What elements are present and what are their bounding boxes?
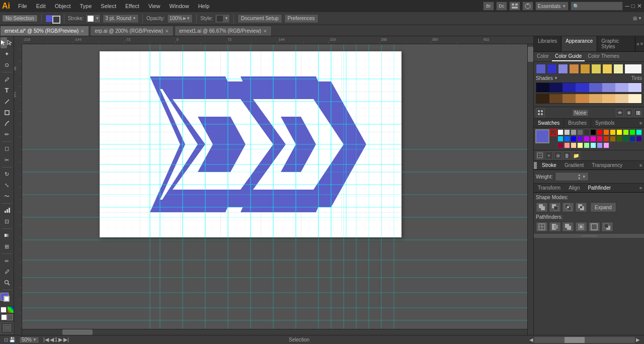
- bshade-4[interactable]: [589, 94, 602, 103]
- bshade-1[interactable]: [549, 94, 562, 103]
- menu-file[interactable]: File: [14, 2, 31, 10]
- stroke-color-box[interactable]: ▼: [86, 14, 101, 23]
- tab-2[interactable]: ernext1.ai @ 66.67% (RGB/Preview) ✕: [175, 26, 272, 36]
- panel-collapse-icon[interactable]: «: [636, 41, 639, 47]
- bshade-6[interactable]: [615, 94, 628, 103]
- weight-dropdown[interactable]: ▼: [582, 175, 586, 179]
- swatch-cell[interactable]: [571, 142, 577, 148]
- essentials-dropdown[interactable]: Essentials ▼: [535, 2, 569, 11]
- panel-tab-libraries[interactable]: Libraries: [534, 36, 561, 51]
- swatch-cell[interactable]: [571, 129, 577, 135]
- zoom-tool[interactable]: [2, 278, 13, 288]
- minus-back-button[interactable]: [601, 222, 613, 232]
- prev-page-icon[interactable]: |◀: [43, 336, 49, 343]
- shade-2[interactable]: [562, 83, 576, 92]
- color-swatch-wide[interactable]: [624, 64, 642, 74]
- list-icon[interactable]: ≡: [625, 109, 633, 117]
- swatch-cell[interactable]: [629, 129, 635, 135]
- maximize-button[interactable]: □: [631, 3, 635, 10]
- arrange-windows-icon[interactable]: ⊞: [633, 16, 637, 21]
- scrollbar-thumb-v[interactable]: [528, 47, 533, 62]
- rect-tool[interactable]: [2, 107, 13, 118]
- document-setup-button[interactable]: Document Setup: [237, 14, 282, 23]
- unite-button[interactable]: [536, 202, 548, 212]
- weight-input-area[interactable]: ▲ ▼ ▼: [555, 172, 589, 181]
- swatch-cell[interactable]: [623, 136, 629, 142]
- bridge-icon[interactable]: Br: [483, 2, 494, 11]
- panel-menu-icon[interactable]: ≡: [640, 41, 643, 46]
- swatch-library-icon[interactable]: [536, 151, 544, 159]
- weight-up[interactable]: ▲: [578, 173, 581, 177]
- search-bar[interactable]: 🔍: [571, 2, 623, 11]
- eyedropper-tool[interactable]: [2, 267, 13, 277]
- tab-close-1[interactable]: ✕: [165, 29, 169, 34]
- swatch-cell[interactable]: [557, 142, 564, 148]
- main-color-swatch[interactable]: [536, 64, 546, 74]
- mesh-tool[interactable]: ⊞: [2, 241, 13, 252]
- color-swatch-7[interactable]: [613, 64, 623, 74]
- merge-button[interactable]: [562, 222, 574, 232]
- normal-mode-button[interactable]: [1, 314, 7, 320]
- swatch-cell[interactable]: [564, 129, 570, 135]
- horizontal-scroll-track[interactable]: [534, 337, 635, 343]
- swatch-cell[interactable]: [597, 136, 603, 142]
- search-input[interactable]: [580, 4, 620, 9]
- swatch-cell[interactable]: [636, 129, 642, 135]
- menu-effect[interactable]: Effect: [121, 2, 143, 10]
- eraser-tool[interactable]: ◻: [2, 143, 13, 154]
- swatch-cell[interactable]: [603, 136, 609, 142]
- workspace-switcher[interactable]: [509, 2, 520, 11]
- screen-mode-button[interactable]: [1, 322, 14, 334]
- swatch-cell[interactable]: [610, 136, 616, 142]
- swatches-menu[interactable]: ≡: [639, 121, 642, 126]
- swatch-cell[interactable]: [590, 142, 596, 148]
- rotate-view-icon[interactable]: [522, 2, 533, 11]
- swatch-cell[interactable]: [636, 136, 642, 142]
- color-guide-tab[interactable]: Color Guide: [552, 52, 585, 61]
- shade-7[interactable]: [628, 83, 641, 92]
- scale-tool[interactable]: ⤡: [2, 180, 13, 191]
- eye-icon[interactable]: [616, 109, 624, 117]
- swatch-cell[interactable]: [564, 142, 570, 148]
- bshade-7[interactable]: [628, 94, 641, 103]
- zoom-control[interactable]: 50% ▼: [19, 336, 39, 343]
- scrollbar-thumb-h[interactable]: [62, 329, 93, 335]
- stroke-color-swatch[interactable]: [52, 16, 60, 24]
- swatch-cell[interactable]: [577, 129, 583, 135]
- color-tab[interactable]: Color: [534, 52, 552, 61]
- canvas-area[interactable]: -216 -144 -72 0 72 144: [14, 36, 533, 335]
- menu-window[interactable]: Window: [166, 2, 193, 10]
- scroll-right-icon[interactable]: ▶: [636, 337, 640, 343]
- scissors-tool[interactable]: ✂: [2, 154, 13, 165]
- delete-swatch-icon[interactable]: 🗑: [563, 151, 571, 159]
- swatch-cell[interactable]: [623, 129, 629, 135]
- swatch-cell[interactable]: [564, 136, 570, 142]
- grid-view-icon[interactable]: [536, 108, 545, 117]
- swatch-cell[interactable]: [597, 129, 603, 135]
- swatch-cell[interactable]: [584, 129, 590, 135]
- swatch-cell[interactable]: [597, 142, 603, 148]
- divide-button[interactable]: [536, 222, 548, 232]
- shade-5[interactable]: [602, 83, 615, 92]
- next-icon[interactable]: ▶: [58, 336, 62, 343]
- transparency-tab[interactable]: Transparency: [588, 161, 626, 169]
- warp-tool[interactable]: 〜: [2, 191, 13, 202]
- active-swatch[interactable]: [535, 129, 549, 143]
- swatch-cell[interactable]: [557, 129, 564, 135]
- pencil-tool[interactable]: ✏: [2, 129, 13, 140]
- line-tool[interactable]: [2, 96, 13, 107]
- add-swatch-icon[interactable]: +: [545, 151, 553, 159]
- magic-wand-tool[interactable]: ✦: [2, 49, 13, 59]
- tab-close-2[interactable]: ✕: [263, 29, 267, 34]
- stroke-tab[interactable]: Stroke: [538, 161, 560, 169]
- panel-tab-graphic-styles[interactable]: Graphic Styles: [597, 36, 635, 51]
- blend-tool[interactable]: ∞: [2, 255, 13, 266]
- swatch-cell[interactable]: [629, 136, 635, 142]
- preview-mode-button[interactable]: [7, 314, 13, 320]
- artboard-icon[interactable]: ⊡: [4, 337, 8, 342]
- swatch-options-icon[interactable]: ⊕: [554, 151, 562, 159]
- tab-1[interactable]: erp.ai @ 200% (RGB/Preview) ✕: [90, 26, 174, 36]
- slice-tool[interactable]: ⊡: [2, 216, 13, 227]
- menu-select[interactable]: Select: [97, 2, 120, 10]
- brushes-tab[interactable]: Brushes: [564, 119, 591, 127]
